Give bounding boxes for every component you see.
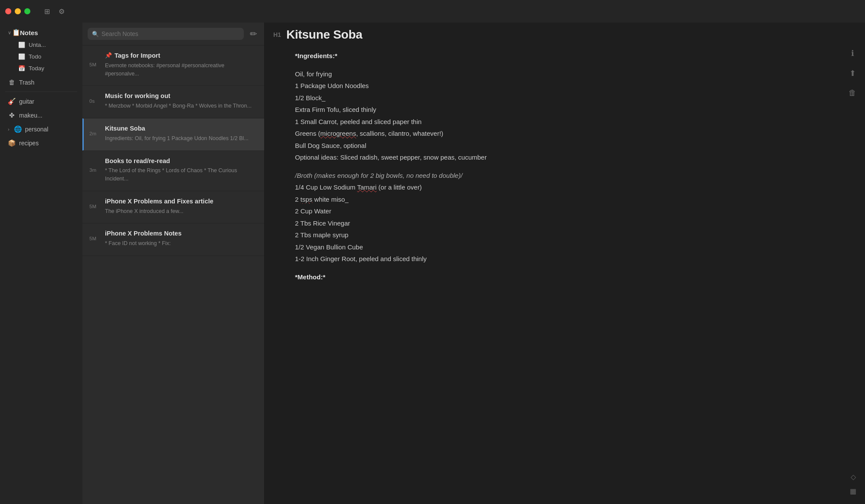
folder-label: personal xyxy=(25,126,49,133)
squiggly-word: tsps xyxy=(301,196,313,203)
content-toolbar: H1 Kitsune Soba xyxy=(265,23,865,47)
right-toolbar: ℹ ⬆ 🗑 xyxy=(849,49,856,98)
ingredient-item: 1 Small Carrot, peeled and sliced paper … xyxy=(295,116,839,128)
sidebar-item-personal[interactable]: › 🌐 personal xyxy=(3,123,80,136)
notes-icon: 📋 xyxy=(12,29,20,36)
makeup-icon: ✤ xyxy=(8,111,16,119)
trash-icon: 🗑 xyxy=(8,79,16,86)
share-button[interactable]: ⬆ xyxy=(849,69,856,78)
ingredients-list: Oil, for frying 1 Package Udon Noodles 1… xyxy=(295,69,839,163)
ingredient-item: 1 Package Udon Noodles xyxy=(295,80,839,92)
folder-label: recipes xyxy=(19,140,39,147)
note-meta: 2m Kitsune Soba Ingredients: Oil, for fr… xyxy=(89,124,257,143)
h1-badge: H1 xyxy=(273,31,281,38)
list-item[interactable]: 0s Music for working out * Merzbow * Mor… xyxy=(82,86,264,118)
sidebar-item-untitled[interactable]: ⬜ Unta... xyxy=(3,39,80,50)
ingredient-item: 1/2 Block_ xyxy=(295,92,839,104)
note-time: 5M xyxy=(89,62,102,67)
sidebar-notes-section[interactable]: ∨ 📋 Notes xyxy=(3,26,80,39)
notes-list: 5M 📌 Tags for Import Evernote notebooks:… xyxy=(82,46,264,504)
broth-header: /Broth (makes enough for 2 big bowls, no… xyxy=(295,170,839,181)
ingredient-item: Oil, for frying xyxy=(295,69,839,80)
folder-label: guitar xyxy=(19,98,34,105)
chevron-down-icon: ∨ xyxy=(8,30,11,36)
delete-button[interactable]: 🗑 xyxy=(849,88,856,98)
maximize-button[interactable] xyxy=(24,8,30,14)
note-preview: The iPhone X introduced a few... xyxy=(105,207,213,216)
note-preview: Evernote notebooks: #personal #personalc… xyxy=(105,62,257,78)
titlebar: ⊞ ⚙ xyxy=(0,0,865,23)
list-item[interactable]: 5M iPhone X Problems Notes * Face ID not… xyxy=(82,223,264,256)
app-layout: ∨ 📋 Notes ⬜ Unta... ⬜ Todo 📅 Today 🗑 Tra… xyxy=(0,23,865,504)
sidebar-item-recipes[interactable]: 📦 recipes xyxy=(3,137,80,150)
ingredients-section: *Ingredients:* xyxy=(295,50,839,62)
note-time: 0s xyxy=(89,98,102,104)
sidebar-item-guitar[interactable]: 🎸 guitar xyxy=(3,95,80,108)
todo-icon: ⬜ xyxy=(18,53,25,60)
list-item[interactable]: 3m Books to read/re-read * The Lord of t… xyxy=(82,151,264,191)
note-preview: Ingredients: Oil, for frying 1 Package U… xyxy=(105,134,249,143)
format-button[interactable]: ▦ xyxy=(850,487,856,495)
new-note-button[interactable]: ✏ xyxy=(248,27,259,41)
customize-icon[interactable]: ⊞ xyxy=(44,7,50,16)
note-title: Books to read/re-read xyxy=(105,157,257,165)
content-body[interactable]: *Ingredients:* Oil, for frying 1 Package… xyxy=(265,47,865,504)
method-section: *Method:* xyxy=(295,272,839,283)
squiggly-word: microgreens xyxy=(320,130,356,137)
sidebar-notes-label: Notes xyxy=(20,29,38,36)
note-meta: 5M 📌 Tags for Import Evernote notebooks:… xyxy=(89,52,257,78)
content-wrapper: H1 Kitsune Soba ℹ ⬆ 🗑 *Ingredients:* Oil… xyxy=(265,23,865,504)
sidebar-item-trash[interactable]: 🗑 Trash xyxy=(3,76,80,88)
ingredient-item: Bull Dog Sauce, optional xyxy=(295,140,839,151)
search-icon: 🔍 xyxy=(92,31,99,37)
folder-label: makeu... xyxy=(19,112,43,119)
minimize-button[interactable] xyxy=(15,8,21,14)
untitled-icon: ⬜ xyxy=(18,42,25,48)
list-item[interactable]: 2m Kitsune Soba Ingredients: Oil, for fr… xyxy=(82,118,264,151)
broth-item: 1/4 Cup Low Sodium Tamari (or a little o… xyxy=(295,182,839,193)
ingredient-item: Greens (microgreens, scallions, cilantro… xyxy=(295,128,839,139)
note-preview: * The Lord of the Rings * Lords of Chaos… xyxy=(105,167,257,183)
method-header: *Method:* xyxy=(295,272,839,283)
sidebar-item-label: Unta... xyxy=(29,42,46,48)
broth-item: 1-2 Inch Ginger Root, peeled and sliced … xyxy=(295,253,839,265)
personal-icon: 🌐 xyxy=(14,125,22,133)
notes-list-header: 🔍 ✏ xyxy=(82,23,264,46)
sidebar-divider xyxy=(5,92,77,92)
note-meta: 5M iPhone X Problems Notes * Face ID not… xyxy=(89,229,257,248)
content-title[interactable]: Kitsune Soba xyxy=(286,28,362,42)
checklist-button[interactable]: ◇ xyxy=(850,473,856,481)
broth-item: 2 Tbs maple syrup xyxy=(295,229,839,241)
search-bar[interactable]: 🔍 xyxy=(88,28,244,40)
note-meta: 5M iPhone X Problems and Fixes article T… xyxy=(89,197,257,216)
sidebar: ∨ 📋 Notes ⬜ Unta... ⬜ Todo 📅 Today 🗑 Tra… xyxy=(0,23,82,504)
note-title: Kitsune Soba xyxy=(105,124,249,133)
note-time: 2m xyxy=(89,131,102,136)
broth-section: /Broth (makes enough for 2 big bowls, no… xyxy=(295,170,839,265)
ingredient-item: Extra Firm Tofu, sliced thinly xyxy=(295,104,839,115)
broth-item: 2 Cup Water xyxy=(295,206,839,217)
list-item[interactable]: 5M iPhone X Problems and Fixes article T… xyxy=(82,191,264,224)
note-preview: * Merzbow * Morbid Angel * Bong-Ra * Wol… xyxy=(105,102,252,110)
squiggly-word: Tamari xyxy=(357,183,377,191)
content-area: H1 Kitsune Soba ℹ ⬆ 🗑 *Ingredients:* Oil… xyxy=(265,23,865,504)
trash-label: Trash xyxy=(19,79,34,86)
search-input[interactable] xyxy=(102,30,239,37)
sidebar-item-label: Todo xyxy=(29,53,41,60)
note-time: 3m xyxy=(89,167,102,173)
guitar-icon: 🎸 xyxy=(8,98,16,105)
recipes-icon: 📦 xyxy=(8,139,16,147)
settings-icon[interactable]: ⚙ xyxy=(59,7,65,16)
today-icon: 📅 xyxy=(18,65,25,72)
bottom-toolbar: ◇ ▦ xyxy=(850,473,856,495)
list-item[interactable]: 5M 📌 Tags for Import Evernote notebooks:… xyxy=(82,46,264,86)
info-button[interactable]: ℹ xyxy=(851,49,854,58)
sidebar-item-makeup[interactable]: ✤ makeu... xyxy=(3,109,80,122)
sidebar-item-today[interactable]: 📅 Today xyxy=(3,63,80,74)
note-time: 5M xyxy=(89,236,102,241)
close-button[interactable] xyxy=(5,8,11,14)
note-title: Tags for Import xyxy=(115,52,160,60)
note-title: Music for working out xyxy=(105,92,252,100)
notes-list-panel: 🔍 ✏ 5M 📌 Tags for Import Evernote notebo… xyxy=(82,23,265,504)
sidebar-item-todo[interactable]: ⬜ Todo xyxy=(3,51,80,62)
